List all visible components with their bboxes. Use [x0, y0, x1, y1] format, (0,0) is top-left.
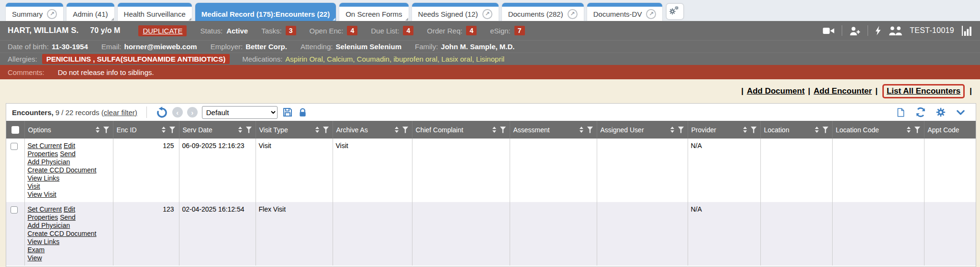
demo-label: Email: — [101, 43, 122, 51]
sort-icon[interactable] — [492, 127, 496, 133]
column-header-options[interactable]: Options — [24, 121, 113, 139]
cell-visit-type: Flex Visit — [256, 202, 333, 266]
column-header-assessment[interactable]: Assessment — [510, 121, 597, 139]
option-link-view-links[interactable]: View Links — [28, 238, 60, 246]
column-header-appt-code[interactable]: Appt Code — [924, 121, 976, 139]
undo-icon[interactable] — [156, 107, 168, 118]
column-header-assigned-user[interactable]: Assigned User — [597, 121, 688, 139]
tab-needs-signed-12[interactable]: Needs Signed (12)↗ — [412, 3, 499, 21]
column-header-enc-id[interactable]: Enc ID — [113, 121, 179, 139]
cell-provider: N/A — [688, 202, 760, 266]
gear-icon[interactable] — [935, 107, 946, 117]
sort-icon[interactable] — [579, 127, 583, 133]
option-link-send[interactable]: Send — [60, 150, 76, 158]
sort-icon[interactable] — [162, 127, 166, 133]
filter-icon[interactable] — [246, 127, 252, 133]
lightning-icon[interactable] — [875, 26, 881, 35]
filter-icon[interactable] — [587, 127, 593, 133]
open-new-window-icon[interactable]: ↗ — [47, 9, 57, 19]
sort-icon[interactable] — [238, 127, 242, 133]
counter-badge[interactable]: 7 — [514, 26, 525, 35]
column-header-archive-as[interactable]: Archive As — [333, 121, 412, 139]
collapse-icon[interactable] — [955, 107, 966, 118]
tab-bar: Summary↗Admin (41)Health SurveillanceMed… — [0, 0, 980, 21]
clear-filter-link[interactable]: (clear filter) — [101, 108, 137, 117]
link-add-document[interactable]: Add Document — [747, 86, 805, 96]
lock-icon[interactable] — [298, 107, 308, 118]
tab-on-screen-forms[interactable]: On Screen Forms — [339, 3, 408, 21]
filter-icon[interactable] — [323, 127, 329, 133]
counter-badge[interactable]: 4 — [347, 26, 357, 35]
allergies-badge[interactable]: PENICILLINS , SULFA(SULFONAMIDE ANTIBIOT… — [42, 54, 230, 64]
sort-icon[interactable] — [96, 127, 100, 133]
save-icon[interactable] — [282, 107, 293, 118]
duplicate-badge[interactable]: DUPLICATE — [138, 25, 187, 36]
option-link-view-links[interactable]: View Links — [28, 174, 60, 182]
tab-medical-record-175-encounters-22[interactable]: Medical Record (175):Encounters (22) — [195, 3, 336, 21]
counter-badge[interactable]: 4 — [466, 26, 477, 35]
refresh-icon[interactable] — [915, 107, 926, 118]
sort-icon[interactable] — [395, 127, 399, 133]
filter-icon[interactable] — [678, 127, 684, 133]
row-checkbox[interactable] — [11, 206, 18, 214]
option-link-send[interactable]: Send — [60, 214, 76, 221]
option-link-exam[interactable]: Exam — [28, 246, 45, 254]
option-link-visit[interactable]: Visit — [28, 182, 40, 190]
nav-back-icon[interactable]: ‹ — [172, 107, 183, 117]
filter-icon[interactable] — [751, 127, 757, 133]
option-link-set-current[interactable]: Set Current — [28, 142, 62, 150]
option-link-edit[interactable]: Edit — [64, 205, 75, 213]
filter-icon[interactable] — [402, 127, 409, 133]
option-link-add-physician[interactable]: Add Physician — [28, 222, 70, 229]
option-link-properties[interactable]: Properties — [28, 150, 58, 158]
link-list-all-encounters[interactable]: List All Encounters — [887, 86, 960, 96]
chart-icon[interactable] — [961, 26, 972, 36]
column-header-location[interactable]: Location — [760, 121, 832, 139]
nav-forward-icon[interactable]: › — [187, 107, 198, 117]
tab-documents-dv[interactable]: Documents-DV↗ — [587, 3, 663, 21]
counter-badge[interactable]: 3 — [286, 26, 296, 35]
sort-icon[interactable] — [907, 127, 911, 133]
open-new-window-icon[interactable]: ↗ — [482, 9, 492, 19]
option-link-properties[interactable]: Properties — [28, 214, 58, 221]
tab-documents-282[interactable]: Documents (282)↗ — [502, 3, 584, 21]
option-link-add-physician[interactable]: Add Physician — [28, 158, 70, 166]
option-link-set-current[interactable]: Set Current — [28, 205, 62, 213]
view-select[interactable]: Default — [202, 106, 278, 119]
row-checkbox[interactable] — [11, 143, 18, 150]
column-header-serv-date[interactable]: Serv Date — [179, 121, 256, 139]
tab-health-surveillance[interactable]: Health Surveillance — [118, 3, 192, 21]
add-person-icon[interactable] — [849, 26, 860, 36]
encounters-title: Encounters, 9 / 22 records (clear filter… — [12, 108, 137, 117]
tab-admin-41[interactable]: Admin (41) — [67, 3, 114, 21]
tab-label: Summary — [12, 10, 43, 18]
patients-icon[interactable] — [889, 26, 902, 36]
video-call-icon[interactable] — [823, 27, 835, 35]
sort-icon[interactable] — [315, 127, 319, 133]
select-all-checkbox[interactable] — [11, 126, 19, 134]
option-link-view[interactable]: View — [28, 254, 42, 262]
column-header-location-code[interactable]: Location Code — [832, 121, 924, 139]
sort-icon[interactable] — [670, 127, 674, 133]
column-header-visit-type[interactable]: Visit Type — [256, 121, 333, 139]
filter-icon[interactable] — [103, 127, 110, 133]
tab-summary[interactable]: Summary↗ — [6, 3, 63, 21]
new-document-icon[interactable] — [896, 107, 906, 118]
tab-settings-button[interactable] — [666, 3, 684, 20]
filter-icon[interactable] — [823, 127, 829, 133]
option-link-edit[interactable]: Edit — [64, 142, 75, 150]
filter-icon[interactable] — [914, 127, 921, 133]
sort-icon[interactable] — [743, 127, 747, 133]
counter-badge[interactable]: 4 — [403, 26, 413, 35]
option-link-create-ccd-document[interactable]: Create CCD Document — [28, 230, 97, 237]
open-new-window-icon[interactable]: ↗ — [646, 9, 656, 19]
option-link-create-ccd-document[interactable]: Create CCD Document — [28, 166, 97, 174]
column-header-provider[interactable]: Provider — [688, 121, 760, 139]
column-header-chief-complaint[interactable]: Chief Complaint — [412, 121, 510, 139]
link-add-encounter[interactable]: Add Encounter — [813, 86, 872, 96]
filter-icon[interactable] — [500, 127, 506, 133]
open-new-window-icon[interactable]: ↗ — [568, 9, 578, 19]
sort-icon[interactable] — [815, 127, 819, 133]
option-link-view-visit[interactable]: View Visit — [28, 191, 56, 198]
filter-icon[interactable] — [169, 127, 176, 133]
